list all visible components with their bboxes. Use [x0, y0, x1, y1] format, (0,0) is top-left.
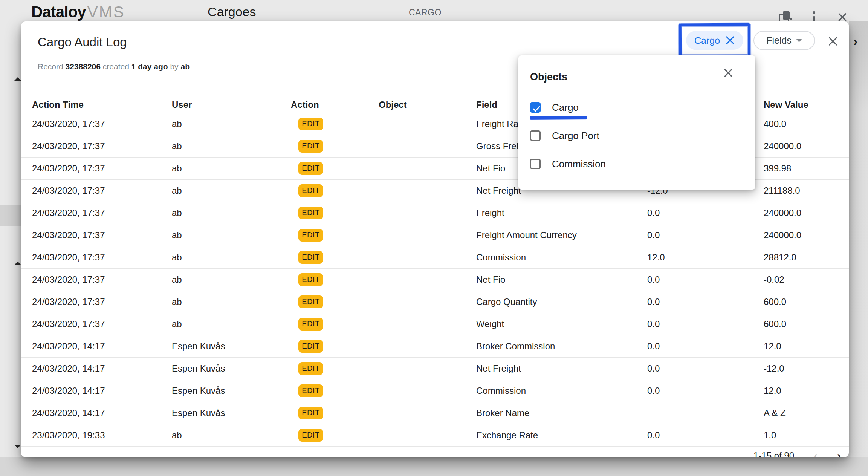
fields-button-label: Fields [766, 35, 792, 46]
cell-new-value: -0.02 [764, 274, 849, 285]
cell-field: Net Freight [476, 363, 647, 374]
cell-field: Commission [476, 386, 647, 396]
cell-action: EDIT [291, 251, 379, 264]
cell-new-value: -12.0 [764, 363, 849, 374]
cell-user: Espen Kuvås [172, 341, 291, 352]
cell-user: ab [172, 319, 291, 329]
cargo-filter-chip[interactable]: Cargo [686, 31, 743, 50]
cell-new-value: 240000.0 [764, 230, 849, 240]
edit-badge: EDIT [298, 384, 323, 397]
dialog-close-icon[interactable] [826, 34, 840, 49]
table-row[interactable]: 24/03/2020, 17:37 ab EDIT Cargo Quantity… [21, 291, 849, 313]
cell-field: Freight [476, 208, 647, 218]
table-row[interactable]: 24/03/2020, 17:37 ab EDIT Net Fio 0.0 -0… [21, 269, 849, 291]
cell-user: ab [172, 185, 291, 196]
record-id: 32388206 [66, 62, 101, 71]
cell-new-value: 1.0 [764, 430, 849, 441]
cell-new-value: 28812.0 [764, 252, 849, 263]
table-row[interactable]: 24/03/2020, 14:17 Espen Kuvås EDIT Net F… [21, 358, 849, 380]
cell-old-value: 0.0 [647, 230, 764, 240]
cell-old-value: 0.0 [647, 363, 764, 374]
objects-option[interactable]: Commission [530, 156, 606, 171]
cell-old-value: 0.0 [647, 341, 764, 352]
table-row[interactable]: 24/03/2020, 17:37 ab EDIT Freight Amount… [21, 224, 849, 246]
cell-user: Espen Kuvås [172, 386, 291, 396]
cell-action-time: 24/03/2020, 17:37 [32, 141, 172, 152]
left-rail-divider [0, 60, 21, 60]
cell-action: EDIT [291, 162, 379, 175]
cell-action-time: 24/03/2020, 17:37 [32, 297, 172, 307]
objects-option-label: Commission [552, 158, 606, 170]
cell-action-time: 24/03/2020, 17:37 [32, 252, 172, 263]
cell-action-time: 24/03/2020, 14:17 [32, 341, 172, 352]
table-row[interactable]: 24/03/2020, 14:17 Espen Kuvås EDIT Broke… [21, 402, 849, 424]
pagination-next-icon[interactable]: › [837, 449, 841, 457]
checkbox-icon[interactable] [530, 159, 541, 169]
cell-new-value: 240000.0 [764, 208, 849, 218]
column-header-new-value[interactable]: New Value [764, 99, 849, 110]
popup-title: Objects [530, 71, 567, 83]
pagination-prev-icon[interactable]: ‹ [814, 449, 818, 457]
edit-badge: EDIT [298, 429, 323, 442]
cell-old-value: 0.0 [647, 319, 764, 329]
scroll-down-icon[interactable] [14, 445, 21, 448]
cell-old-value: 0.0 [647, 274, 764, 285]
cell-user: ab [172, 119, 291, 129]
cell-field: Broker Name [476, 408, 647, 418]
background-left-rail [0, 0, 21, 476]
cell-action-time: 23/03/2020, 19:33 [32, 430, 172, 441]
cell-action: EDIT [291, 273, 379, 286]
table-row[interactable]: 24/03/2020, 14:17 Espen Kuvås EDIT Commi… [21, 380, 849, 402]
cell-old-value: 0.0 [647, 208, 764, 218]
annotation-underline [530, 116, 587, 120]
edit-badge: EDIT [298, 162, 323, 175]
column-header-action-time[interactable]: Action Time [32, 99, 172, 110]
table-row[interactable]: 24/03/2020, 17:37 ab EDIT Weight 0.0 600… [21, 313, 849, 335]
app-logo-brand: Dataloy [31, 3, 86, 21]
cell-new-value: 600.0 [764, 319, 849, 329]
cell-action: EDIT [291, 295, 379, 308]
edit-badge: EDIT [298, 407, 323, 419]
table-row[interactable]: 24/03/2020, 14:17 Espen Kuvås EDIT Broke… [21, 335, 849, 358]
cell-old-value: 0.0 [647, 297, 764, 307]
edit-badge: EDIT [298, 318, 323, 331]
edit-badge: EDIT [298, 273, 323, 286]
cell-new-value: 12.0 [764, 341, 849, 352]
scroll-up-icon[interactable] [14, 77, 21, 81]
checkbox-icon[interactable] [530, 102, 541, 113]
cell-new-value: 240000.0 [764, 141, 849, 152]
checkbox-icon[interactable] [530, 130, 541, 141]
objects-option[interactable]: Cargo [530, 100, 579, 115]
popup-close-icon[interactable] [722, 67, 735, 80]
cell-action-time: 24/03/2020, 17:37 [32, 319, 172, 329]
chip-remove-icon[interactable] [725, 35, 735, 45]
cell-new-value: A & Z [764, 408, 849, 418]
table-row[interactable]: 24/03/2020, 17:37 ab EDIT Commission 12.… [21, 246, 849, 269]
cell-action: EDIT [291, 184, 379, 197]
cell-action: EDIT [291, 407, 379, 419]
by-label: by [170, 62, 178, 71]
cell-user: ab [172, 430, 291, 441]
scroll-up-icon-2[interactable] [14, 262, 21, 265]
column-header-user[interactable]: User [172, 99, 291, 110]
objects-filter-popup: Objects Cargo Cargo Port Commission [518, 55, 755, 190]
cell-old-value: 0.0 [647, 430, 764, 441]
table-row[interactable]: 24/03/2020, 17:37 ab EDIT Freight 0.0 24… [21, 202, 849, 224]
fields-dropdown-button[interactable]: Fields [753, 31, 815, 50]
record-summary: Record 32388206 created 1 day ago by ab [38, 62, 190, 71]
objects-option[interactable]: Cargo Port [530, 128, 599, 143]
created-ago: 1 day ago [131, 62, 168, 71]
cell-action-time: 24/03/2020, 17:37 [32, 119, 172, 129]
cell-action-time: 24/03/2020, 14:17 [32, 408, 172, 418]
expand-panel-chevron-icon[interactable]: › [853, 35, 857, 47]
edit-badge: EDIT [298, 140, 323, 153]
table-row[interactable]: 23/03/2020, 19:33 ab EDIT Exchange Rate … [21, 424, 849, 447]
cell-field: Commission [476, 252, 647, 263]
edit-badge: EDIT [298, 118, 323, 130]
column-header-object[interactable]: Object [379, 99, 476, 110]
edit-badge: EDIT [298, 340, 323, 353]
cell-old-value: 12.0 [647, 252, 764, 263]
cell-action-time: 24/03/2020, 17:37 [32, 163, 172, 174]
cell-field: Freight Amount Currency [476, 230, 647, 240]
column-header-action[interactable]: Action [291, 99, 379, 110]
